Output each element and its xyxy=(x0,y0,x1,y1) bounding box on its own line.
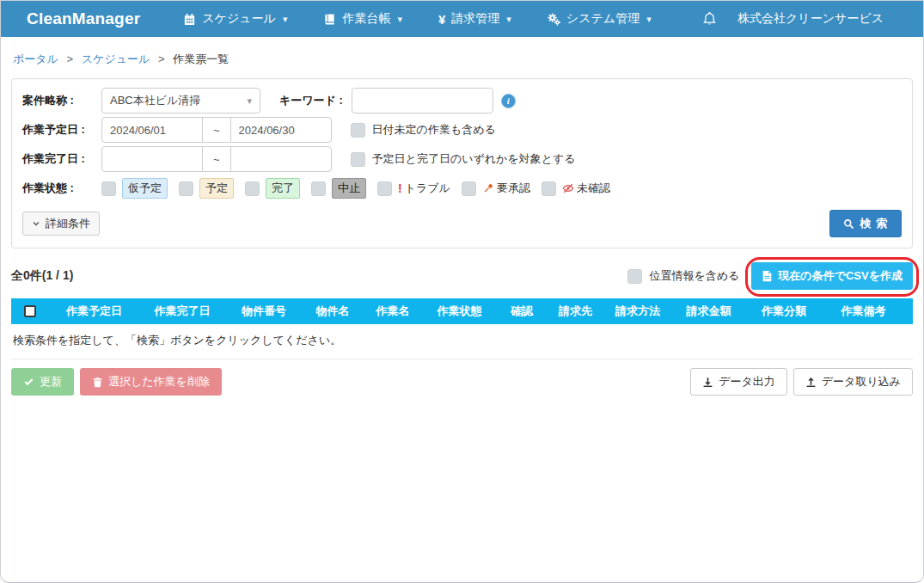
result-count: 全0件(1 / 1) xyxy=(11,268,73,284)
exclamation-icon: ! xyxy=(398,181,402,195)
breadcrumb-schedule[interactable]: スケジュール xyxy=(82,52,150,65)
planned-date-from-input[interactable] xyxy=(101,117,203,143)
column-billing-method[interactable]: 請求方法 xyxy=(603,304,672,319)
planned-date-label: 作業予定日 : xyxy=(22,122,101,138)
case-name-select[interactable]: ABC本社ビル清掃 ▾ xyxy=(101,88,260,114)
check-icon xyxy=(23,377,34,388)
column-bill-to[interactable]: 請求先 xyxy=(548,304,603,319)
detail-conditions-button[interactable]: 詳細条件 xyxy=(22,212,100,236)
status-trouble-label: トラブル xyxy=(405,181,450,196)
nav-system-admin-label: システム管理 xyxy=(566,11,639,27)
include-undated-checkbox[interactable] xyxy=(351,123,365,138)
either-date-label: 予定日と完了日のいずれかを対象とする xyxy=(372,151,576,167)
csv-button-wrap: 現在の条件でCSVを作成 xyxy=(751,262,913,290)
status-planned-badge: 予定 xyxy=(199,178,234,199)
calendar-icon xyxy=(183,13,196,26)
status-done-group: 完了 xyxy=(245,178,300,199)
column-work-name[interactable]: 作業名 xyxy=(363,304,423,319)
work-status-label: 作業状態 : xyxy=(22,181,101,196)
include-location-label: 位置情報を含める xyxy=(649,268,739,284)
nav-billing[interactable]: ¥ 請求管理 ▾ xyxy=(426,11,523,27)
filter-row-completed-date: 作業完了日 : ~ 予定日と完了日のいずれかを対象とする xyxy=(22,146,902,172)
nav-schedule[interactable]: スケジュール ▾ xyxy=(171,11,299,27)
status-trouble-checkbox[interactable] xyxy=(377,181,392,196)
status-approval-label: 要承認 xyxy=(497,181,530,196)
data-import-button[interactable]: データ取り込み xyxy=(793,368,913,396)
include-location-checkbox[interactable] xyxy=(627,269,642,284)
case-name-label: 案件略称 : xyxy=(22,93,101,108)
status-approval-checkbox[interactable] xyxy=(462,181,476,196)
yen-icon: ¥ xyxy=(438,12,445,27)
either-date-checkbox[interactable] xyxy=(351,152,365,167)
status-cancel-checkbox[interactable] xyxy=(311,181,326,196)
create-csv-button[interactable]: 現在の条件でCSVを作成 xyxy=(751,262,913,290)
completed-date-to-input[interactable] xyxy=(230,146,332,172)
search-icon xyxy=(843,218,854,230)
chevron-down-icon: ▾ xyxy=(506,14,511,25)
app-logo[interactable]: CleanManager xyxy=(27,9,140,28)
include-undated-label: 日付未定の作業も含める xyxy=(372,122,496,138)
search-filter-panel: 案件略称 : ABC本社ビル清掃 ▾ キーワード : i 作業予定日 : ~ 日… xyxy=(11,78,913,249)
column-property-number[interactable]: 物件番号 xyxy=(225,304,303,319)
status-planned-checkbox[interactable] xyxy=(179,181,193,196)
data-export-label: データ出力 xyxy=(719,374,775,390)
select-caret-icon: ▾ xyxy=(247,95,252,107)
column-completed-date[interactable]: 作業完了日 xyxy=(139,304,225,319)
footer-actions: 更新 選択した作業を削除 データ出力 データ取り込み xyxy=(11,368,913,396)
notification-bell-icon[interactable] xyxy=(702,11,717,27)
book-icon xyxy=(323,13,336,26)
completed-date-from-input[interactable] xyxy=(101,146,203,172)
status-tentative-checkbox[interactable] xyxy=(101,181,116,196)
nav-system-admin[interactable]: システム管理 ▾ xyxy=(535,11,664,27)
search-button[interactable]: 検 索 xyxy=(829,210,902,237)
date-range-tilde: ~ xyxy=(203,146,230,172)
data-export-button[interactable]: データ出力 xyxy=(690,368,787,396)
chevron-down-icon: ▾ xyxy=(646,14,652,25)
column-work-category[interactable]: 作業分類 xyxy=(745,304,823,319)
results-bar-right: 位置情報を含める 現在の条件でCSVを作成 xyxy=(627,262,913,290)
status-planned-group: 予定 xyxy=(179,178,234,199)
empty-results-message: 検索条件を指定して、「検索」ボタンをクリックしてください。 xyxy=(11,324,913,359)
status-unconfirmed-group: 未確認 xyxy=(542,181,610,196)
completed-date-range: ~ xyxy=(101,146,332,172)
results-bar: 全0件(1 / 1) 位置情報を含める 現在の条件でCSVを作成 xyxy=(11,262,913,290)
status-unconfirmed-checkbox[interactable] xyxy=(542,181,556,196)
column-property-name[interactable]: 物件名 xyxy=(303,304,363,319)
status-done-checkbox[interactable] xyxy=(245,181,260,196)
select-all-checkbox[interactable] xyxy=(24,305,36,317)
footer-actions-left: 更新 選択した作業を削除 xyxy=(11,368,222,396)
breadcrumb-separator: > xyxy=(158,52,165,65)
status-done-badge: 完了 xyxy=(266,178,300,199)
upload-icon xyxy=(805,377,817,388)
column-work-status[interactable]: 作業状態 xyxy=(423,304,496,319)
update-button-label: 更新 xyxy=(40,374,62,390)
chevron-down-icon: ▾ xyxy=(397,14,402,25)
breadcrumb-separator: > xyxy=(67,52,74,65)
breadcrumb-portal[interactable]: ポータル xyxy=(13,52,58,65)
column-confirm[interactable]: 確認 xyxy=(496,304,548,319)
trash-icon xyxy=(92,377,103,388)
filter-row-case: 案件略称 : ABC本社ビル清掃 ▾ キーワード : i xyxy=(22,88,902,114)
column-work-remarks[interactable]: 作業備考 xyxy=(823,304,904,319)
column-planned-date[interactable]: 作業予定日 xyxy=(49,304,139,319)
status-cancel-badge: 中止 xyxy=(332,178,366,199)
status-cancel-group: 中止 xyxy=(311,178,366,199)
nav-billing-label: 請求管理 xyxy=(451,11,499,27)
results-table-header: 作業予定日 作業完了日 物件番号 物件名 作業名 作業状態 確認 請求先 請求方… xyxy=(11,298,913,324)
top-navigation: CleanManager スケジュール ▾ 作業台帳 ▾ ¥ 請求管理 ▾ xyxy=(1,1,923,37)
delete-selected-button[interactable]: 選択した作業を削除 xyxy=(80,368,222,396)
detail-conditions-label: 詳細条件 xyxy=(46,216,90,231)
app-window: CleanManager スケジュール ▾ 作業台帳 ▾ ¥ 請求管理 ▾ xyxy=(0,0,924,583)
update-button[interactable]: 更新 xyxy=(11,368,74,396)
file-icon xyxy=(762,270,773,282)
filter-row-planned-date: 作業予定日 : ~ 日付未定の作業も含める xyxy=(22,117,902,143)
gears-icon xyxy=(548,13,560,26)
keyword-input[interactable] xyxy=(352,88,493,114)
planned-date-to-input[interactable] xyxy=(230,117,332,143)
filter-actions-row: 詳細条件 検 索 xyxy=(22,210,902,237)
info-icon[interactable]: i xyxy=(501,94,516,108)
footer-actions-right: データ出力 データ取り込み xyxy=(690,368,913,396)
column-billing-amount[interactable]: 請求金額 xyxy=(672,304,745,319)
nav-work-ledger[interactable]: 作業台帳 ▾ xyxy=(311,11,414,27)
topnav-right: 株式会社クリーンサービス xyxy=(702,11,923,27)
